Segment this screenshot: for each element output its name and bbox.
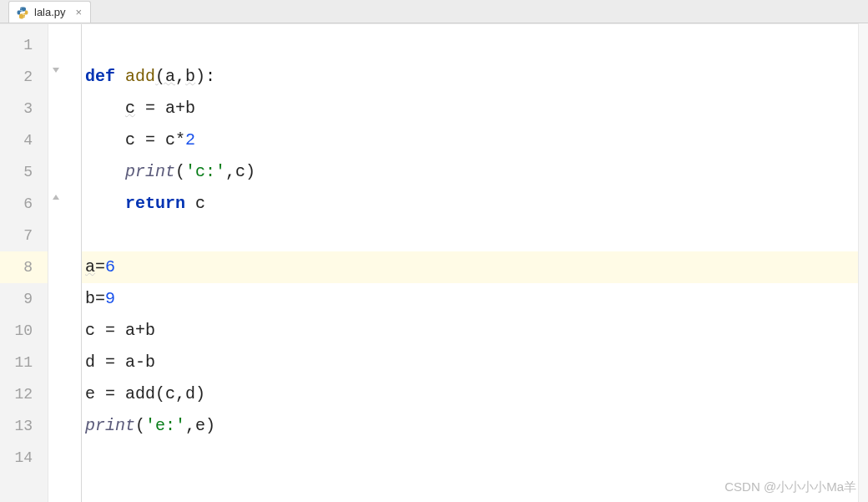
code-line[interactable]: b=9 [82,283,868,315]
python-file-icon [16,6,29,19]
line-number: 7 [0,220,48,251]
code-line[interactable] [82,220,868,251]
code-token: , [175,384,185,403]
line-number: 13 [0,410,48,442]
code-token: ,e) [185,416,215,435]
code-line[interactable]: return c [82,188,868,220]
code-token: d) [185,384,205,403]
fold-collapse-icon[interactable] [50,64,62,76]
close-tab-icon[interactable]: × [74,6,84,18]
code-line[interactable]: a=6 [82,251,868,283]
code-token: c = c* [125,130,185,150]
line-number: 12 [0,378,48,410]
code-token: , [175,67,185,86]
line-number: 11 [0,347,48,378]
code-token: = [95,257,105,276]
code-line[interactable]: c = c*2 [82,124,868,156]
code-token: (a [155,67,175,86]
code-token: 'c:' [185,162,225,181]
code-token: c [125,99,135,118]
line-number: 3 [0,93,48,124]
code-line[interactable]: c = a+b [82,315,868,347]
file-tab[interactable]: lala.py × [8,1,91,23]
code-token: add [125,67,155,86]
line-number-gutter: 1234567891011121314 [0,24,48,502]
code-token: 'e:' [145,416,185,435]
code-token: c = a+b [85,321,155,340]
code-token: ): [195,67,215,86]
code-token: 2 [185,130,195,150]
code-line[interactable]: e = add(c,d) [82,378,868,410]
code-token: def [85,67,125,86]
tab-bar: lala.py × [0,0,868,23]
line-number: 6 [0,188,48,220]
code-line[interactable]: d = a-b [82,347,868,378]
code-token: 9 [105,289,115,308]
code-token: ,c) [225,162,255,181]
code-token: e = add(c [85,384,175,403]
code-token: print [125,162,175,181]
code-line[interactable] [82,442,868,474]
code-editor[interactable]: 1234567891011121314 def add(a,b): c = a+… [0,23,868,502]
line-number: 1 [0,29,48,61]
code-token: b [185,67,195,86]
code-token: 6 [105,257,115,276]
code-token: return [125,194,195,213]
line-number: 9 [0,283,48,315]
code-area[interactable]: def add(a,b): c = a+b c = c*2 print('c:'… [82,24,868,502]
code-token: b= [85,289,105,308]
tab-filename: lala.py [34,6,66,18]
line-number: 4 [0,124,48,156]
code-token: d = a-b [85,352,155,372]
code-line[interactable] [82,29,868,61]
fold-column [48,24,82,502]
code-token: c [195,194,205,213]
line-number: 5 [0,156,48,188]
code-token: ( [135,416,145,435]
code-token: ( [175,162,185,181]
line-number: 2 [0,61,48,93]
code-token: a [85,257,95,276]
line-number: 10 [0,315,48,347]
error-stripe [858,23,868,502]
code-line[interactable]: c = a+b [82,93,868,124]
code-line[interactable]: print('c:',c) [82,156,868,188]
code-line[interactable]: def add(a,b): [82,61,868,93]
code-token: print [85,416,135,435]
line-number: 8 [0,251,48,283]
code-token: = a+b [135,99,195,118]
code-line[interactable]: print('e:',e) [82,410,868,442]
fold-end-icon[interactable] [50,191,62,203]
line-number: 14 [0,442,48,474]
